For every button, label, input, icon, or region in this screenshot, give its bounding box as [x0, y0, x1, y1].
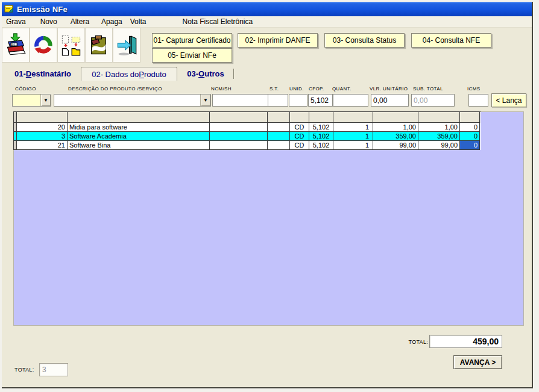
cell-icms[interactable]: 0 — [460, 132, 480, 141]
imprimir-danfe-button[interactable]: 02- Imprimir DANFE — [238, 33, 318, 48]
cell-icms-selected[interactable]: 0 — [460, 141, 480, 150]
exit-button[interactable] — [113, 28, 140, 63]
toolbar: IH — [2, 28, 532, 64]
cell-cfop[interactable]: 5,102 — [309, 141, 333, 150]
descricao-combobox[interactable]: ▼ — [54, 94, 211, 107]
cell-sub[interactable]: 359,00 — [418, 132, 460, 141]
codigo-label: CÓDIGO — [15, 86, 36, 92]
refresh-button[interactable] — [30, 28, 57, 63]
copy-files-icon — [60, 34, 82, 56]
refresh-cycle-icon — [33, 34, 54, 56]
tab-accel: P — [139, 70, 144, 79]
cell-st[interactable] — [268, 141, 290, 150]
save-printer-icon: IH — [5, 33, 27, 57]
tab-accel: O — [198, 69, 204, 78]
sub-total-label: SUB. TOTAL — [413, 86, 443, 92]
ncm-input[interactable] — [212, 94, 268, 107]
unid-label: UNID. — [289, 86, 304, 92]
tab-destinatario[interactable]: 01- Destinatário — [5, 67, 81, 81]
cell-vlr[interactable]: 359,00 — [373, 132, 418, 141]
tab-separator — [233, 69, 234, 79]
icms-input[interactable] — [468, 94, 488, 107]
app-window: Emissão NFe Grava Novo Altera Apaga Volt… — [2, 2, 533, 388]
quant-label: QUANT. — [332, 86, 351, 92]
tab-label-part: estinatário — [31, 69, 71, 78]
copy-button[interactable] — [57, 28, 85, 63]
cell-codigo[interactable]: 3 — [17, 132, 68, 141]
exit-door-icon — [116, 34, 137, 56]
cell-vlr[interactable]: 99,00 — [373, 141, 418, 150]
cfop-input[interactable] — [308, 94, 333, 107]
product-grid[interactable]: 20 Midia para software CD 5,102 1 1,00 1… — [13, 111, 481, 150]
count-label: TOTAL: — [14, 367, 34, 373]
chevron-down-icon[interactable]: ▼ — [200, 95, 210, 106]
consulta-status-button[interactable]: 03- Consulta Status — [324, 33, 405, 48]
cell-quant[interactable]: 1 — [333, 123, 373, 132]
cell-st[interactable] — [268, 132, 290, 141]
menu-altera[interactable]: Altera — [71, 17, 89, 26]
cell-icms[interactable]: 0 — [460, 123, 480, 132]
cell-ncm[interactable] — [210, 141, 268, 150]
menu-nota-fiscal-eletronica[interactable]: Nota Fiscal Eletrônica — [182, 17, 253, 26]
cell-descricao[interactable]: Software Bina — [68, 141, 210, 150]
svg-text:IH: IH — [11, 43, 14, 46]
consulta-nfe-button[interactable]: 04- Consulta NFE — [411, 33, 491, 48]
avanca-button[interactable]: AVANÇA > — [453, 355, 502, 369]
cell-st[interactable] — [268, 123, 290, 132]
tab-label-part: 03- — [187, 69, 198, 78]
save-button[interactable]: IH — [2, 28, 30, 63]
enviar-nfe-button[interactable]: 05- Enviar NFe — [152, 48, 232, 63]
unid-input[interactable] — [289, 94, 307, 107]
capturar-certificado-button[interactable]: 01- Capturar Certificado — [152, 33, 232, 48]
sub-total-input — [411, 94, 455, 107]
lanca-button[interactable]: < Lança — [491, 93, 526, 107]
cell-sub[interactable]: 99,00 — [418, 141, 460, 150]
tab-strip: 01- Destinatário 02- Dados do Produto 03… — [2, 67, 532, 81]
quant-input[interactable] — [333, 94, 368, 107]
menu-novo[interactable]: Novo — [40, 17, 57, 26]
count-value-field: 3 — [39, 363, 68, 376]
descricao-label: DESCRIÇÃO DO PRODUTO /SERVIÇO — [68, 86, 162, 92]
st-input[interactable] — [268, 94, 288, 107]
grid-header-row — [14, 112, 481, 123]
clear-button[interactable] — [85, 28, 113, 63]
table-row-highlighted[interactable]: 3 Software Academia CD 5,102 1 359,00 35… — [14, 132, 481, 141]
cell-quant[interactable]: 1 — [333, 141, 373, 150]
cell-unid[interactable]: CD — [290, 141, 309, 150]
cell-cfop[interactable]: 5,102 — [309, 132, 333, 141]
cell-descricao[interactable]: Software Academia — [68, 132, 210, 141]
tab-label-part: utros — [204, 69, 224, 78]
menu-apaga[interactable]: Apaga — [101, 17, 122, 26]
title-bar[interactable]: Emissão NFe — [2, 2, 532, 16]
cell-unid[interactable]: CD — [290, 123, 309, 132]
cell-descricao[interactable]: Midia para software — [68, 123, 210, 132]
codigo-combobox[interactable]: ▼ — [12, 94, 51, 107]
descricao-value — [54, 95, 200, 106]
cell-quant[interactable]: 1 — [333, 132, 373, 141]
menu-grava[interactable]: Grava — [6, 17, 26, 26]
table-row[interactable]: 20 Midia para software CD 5,102 1 1,00 1… — [14, 123, 481, 132]
vlr-unitario-label: VLR. UNITÁRIO — [370, 86, 408, 92]
st-label: S.T. — [270, 86, 279, 92]
cell-codigo[interactable]: 20 — [17, 123, 68, 132]
cell-sub[interactable]: 1,00 — [418, 123, 460, 132]
cell-codigo[interactable]: 21 — [17, 141, 68, 150]
cell-cfop[interactable]: 5,102 — [309, 123, 333, 132]
menu-volta[interactable]: Volta — [130, 17, 147, 26]
app-form-icon — [4, 4, 14, 14]
cell-ncm[interactable] — [210, 123, 268, 132]
vlr-unitario-input[interactable] — [371, 94, 409, 107]
icon-toolbar: IH — [2, 28, 140, 63]
cell-vlr[interactable]: 1,00 — [373, 123, 418, 132]
tab-label-part: 01- — [14, 69, 26, 78]
table-row[interactable]: 21 Software Bina CD 5,102 1 99,00 99,00 … — [14, 141, 481, 150]
cell-ncm[interactable] — [210, 132, 268, 141]
total-label: TOTAL: — [398, 339, 428, 345]
chevron-down-icon[interactable]: ▼ — [40, 95, 51, 106]
tab-label-part: 02- Dados do — [92, 70, 139, 79]
tab-dados-do-produto[interactable]: 02- Dados do Produto — [81, 67, 177, 81]
clear-clipboard-icon — [88, 34, 110, 56]
tab-outros[interactable]: 03- Outros — [180, 67, 232, 81]
cell-unid[interactable]: CD — [290, 132, 309, 141]
codigo-value — [13, 95, 40, 106]
